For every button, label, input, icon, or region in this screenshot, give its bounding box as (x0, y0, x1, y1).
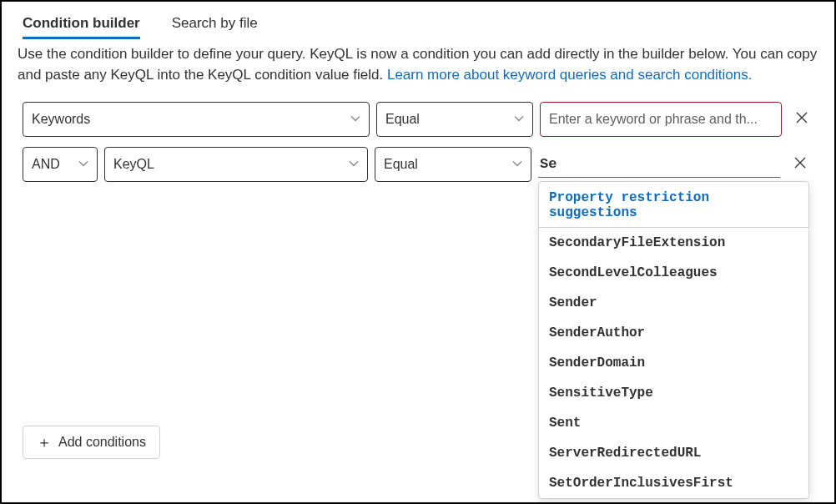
suggestion-item[interactable]: SecondLevelColleagues (539, 258, 808, 288)
close-icon (795, 111, 808, 129)
suggestion-item[interactable]: SetOrderInclusivesFirst (539, 468, 808, 498)
tab-condition-builder[interactable]: Condition builder (23, 10, 140, 39)
chevron-down-icon (512, 159, 522, 171)
add-conditions-button[interactable]: ＋ Add conditions (23, 426, 160, 459)
operator-select-label: Equal (384, 157, 418, 172)
suggestion-item[interactable]: SensitiveType (539, 378, 808, 408)
plus-icon: ＋ (37, 432, 52, 452)
keyql-input[interactable] (538, 151, 780, 178)
property-select[interactable]: KeyQL (104, 147, 368, 182)
chevron-down-icon (514, 113, 524, 126)
operator-select[interactable]: Equal (375, 147, 531, 182)
add-conditions-label: Add conditions (58, 435, 146, 450)
chevron-down-icon (78, 159, 88, 171)
property-select-label: KeyQL (113, 157, 154, 172)
suggestions-header: Property restriction suggestions (539, 182, 808, 228)
operator-select[interactable]: Equal (376, 102, 533, 137)
keyword-input[interactable] (540, 102, 782, 137)
suggestion-item[interactable]: ServerRedirectedURL (539, 438, 808, 468)
condition-rows: Keywords Equal AND KeyQL (14, 102, 822, 182)
tab-search-by-file[interactable]: Search by file (172, 10, 258, 39)
learn-more-link[interactable]: Learn more about keyword queries and sea… (387, 67, 753, 83)
chevron-down-icon (350, 113, 360, 126)
suggestion-item[interactable]: Sent (539, 408, 808, 438)
keyql-input-wrapper: Property restriction suggestions Seconda… (538, 151, 780, 178)
suggestion-item[interactable]: Sender (539, 288, 808, 318)
suggestion-item[interactable]: SecondaryFileExtension (539, 228, 808, 258)
close-icon (793, 156, 807, 174)
suggestion-item[interactable]: SenderDomain (539, 348, 808, 378)
operator-select-label: Equal (385, 112, 420, 127)
remove-condition-button[interactable] (790, 154, 810, 174)
description-text: Use the condition builder to define your… (14, 44, 822, 85)
property-select[interactable]: Keywords (23, 102, 370, 137)
remove-condition-button[interactable] (792, 109, 812, 129)
condition-row: AND KeyQL Equal Property restriction sug… (23, 147, 822, 182)
chevron-down-icon (349, 159, 359, 171)
property-select-label: Keywords (32, 112, 90, 127)
suggestions-dropdown: Property restriction suggestions Seconda… (538, 181, 809, 499)
logic-select-label: AND (32, 157, 60, 172)
tabs-bar: Condition builder Search by file (14, 10, 822, 39)
logic-select[interactable]: AND (23, 147, 98, 182)
condition-row: Keywords Equal (23, 102, 822, 137)
suggestion-item[interactable]: SenderAuthor (539, 318, 808, 348)
